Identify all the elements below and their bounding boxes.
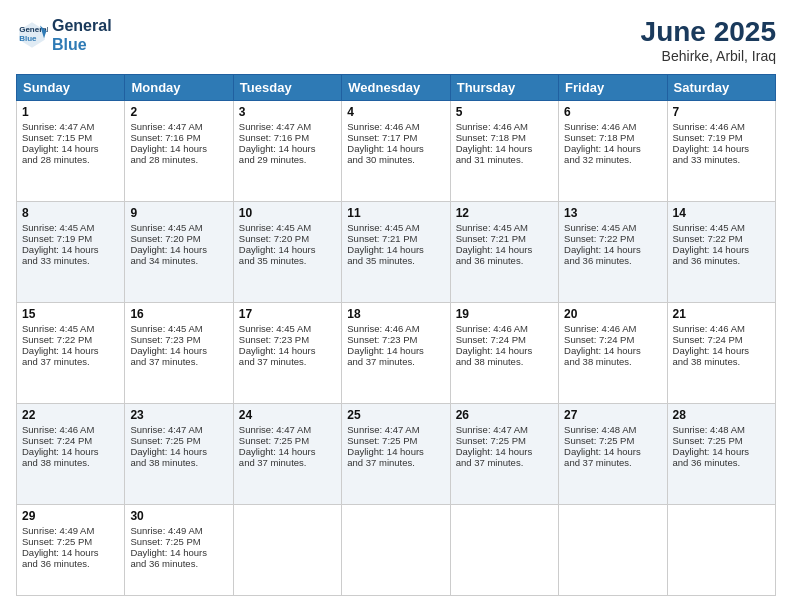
day-number: 10 bbox=[239, 206, 336, 220]
header-saturday: Saturday bbox=[667, 75, 775, 101]
cell-text: Sunrise: 4:46 AM bbox=[347, 121, 444, 132]
cell-text: Sunrise: 4:46 AM bbox=[564, 121, 661, 132]
cell-text: Sunset: 7:17 PM bbox=[347, 132, 444, 143]
calendar: Sunday Monday Tuesday Wednesday Thursday… bbox=[16, 74, 776, 596]
calendar-week-3: 15Sunrise: 4:45 AMSunset: 7:22 PMDayligh… bbox=[17, 303, 776, 404]
title-block: June 2025 Behirke, Arbil, Iraq bbox=[641, 16, 776, 64]
cell-text: Sunset: 7:16 PM bbox=[239, 132, 336, 143]
day-number: 1 bbox=[22, 105, 119, 119]
cell-text: Daylight: 14 hours bbox=[564, 345, 661, 356]
cell-text: Daylight: 14 hours bbox=[456, 143, 553, 154]
day-number: 20 bbox=[564, 307, 661, 321]
cell-text: Sunrise: 4:45 AM bbox=[564, 222, 661, 233]
calendar-cell: 21Sunrise: 4:46 AMSunset: 7:24 PMDayligh… bbox=[667, 303, 775, 404]
cell-text: Sunrise: 4:46 AM bbox=[456, 121, 553, 132]
cell-text: Daylight: 14 hours bbox=[564, 244, 661, 255]
calendar-cell: 2Sunrise: 4:47 AMSunset: 7:16 PMDaylight… bbox=[125, 101, 233, 202]
cell-text: Sunset: 7:24 PM bbox=[673, 334, 770, 345]
header: General Blue General Blue June 2025 Behi… bbox=[16, 16, 776, 64]
cell-text: and 29 minutes. bbox=[239, 154, 336, 165]
logo: General Blue General Blue bbox=[16, 16, 112, 54]
day-number: 21 bbox=[673, 307, 770, 321]
cell-text: Sunrise: 4:47 AM bbox=[456, 424, 553, 435]
cell-text: and 37 minutes. bbox=[347, 356, 444, 367]
day-number: 2 bbox=[130, 105, 227, 119]
cell-text: Sunrise: 4:46 AM bbox=[564, 323, 661, 334]
cell-text: Daylight: 14 hours bbox=[347, 345, 444, 356]
cell-text: Daylight: 14 hours bbox=[456, 345, 553, 356]
cell-text: Sunrise: 4:45 AM bbox=[673, 222, 770, 233]
cell-text: Sunset: 7:23 PM bbox=[239, 334, 336, 345]
logo-blue: Blue bbox=[52, 35, 112, 54]
cell-text: and 37 minutes. bbox=[239, 457, 336, 468]
header-monday: Monday bbox=[125, 75, 233, 101]
calendar-week-1: 1Sunrise: 4:47 AMSunset: 7:15 PMDaylight… bbox=[17, 101, 776, 202]
cell-text: and 37 minutes. bbox=[22, 356, 119, 367]
cell-text: Sunrise: 4:47 AM bbox=[130, 121, 227, 132]
calendar-cell: 6Sunrise: 4:46 AMSunset: 7:18 PMDaylight… bbox=[559, 101, 667, 202]
cell-text: Sunrise: 4:49 AM bbox=[22, 525, 119, 536]
cell-text: Daylight: 14 hours bbox=[130, 143, 227, 154]
calendar-cell: 24Sunrise: 4:47 AMSunset: 7:25 PMDayligh… bbox=[233, 404, 341, 505]
day-number: 8 bbox=[22, 206, 119, 220]
cell-text: Sunset: 7:23 PM bbox=[347, 334, 444, 345]
calendar-cell bbox=[342, 505, 450, 596]
cell-text: Daylight: 14 hours bbox=[564, 446, 661, 457]
calendar-cell: 17Sunrise: 4:45 AMSunset: 7:23 PMDayligh… bbox=[233, 303, 341, 404]
cell-text: Sunrise: 4:48 AM bbox=[564, 424, 661, 435]
cell-text: Daylight: 14 hours bbox=[673, 345, 770, 356]
cell-text: Sunset: 7:15 PM bbox=[22, 132, 119, 143]
cell-text: Daylight: 14 hours bbox=[130, 244, 227, 255]
cell-text: and 30 minutes. bbox=[347, 154, 444, 165]
calendar-cell: 23Sunrise: 4:47 AMSunset: 7:25 PMDayligh… bbox=[125, 404, 233, 505]
cell-text: Sunrise: 4:48 AM bbox=[673, 424, 770, 435]
cell-text: Daylight: 14 hours bbox=[347, 143, 444, 154]
cell-text: Daylight: 14 hours bbox=[130, 446, 227, 457]
cell-text: and 32 minutes. bbox=[564, 154, 661, 165]
header-friday: Friday bbox=[559, 75, 667, 101]
cell-text: and 36 minutes. bbox=[673, 255, 770, 266]
calendar-cell: 7Sunrise: 4:46 AMSunset: 7:19 PMDaylight… bbox=[667, 101, 775, 202]
cell-text: Sunrise: 4:45 AM bbox=[347, 222, 444, 233]
cell-text: Sunset: 7:21 PM bbox=[347, 233, 444, 244]
cell-text: Sunrise: 4:45 AM bbox=[22, 323, 119, 334]
day-number: 11 bbox=[347, 206, 444, 220]
cell-text: Sunset: 7:22 PM bbox=[564, 233, 661, 244]
cell-text: and 38 minutes. bbox=[456, 356, 553, 367]
location: Behirke, Arbil, Iraq bbox=[641, 48, 776, 64]
day-number: 22 bbox=[22, 408, 119, 422]
calendar-cell: 14Sunrise: 4:45 AMSunset: 7:22 PMDayligh… bbox=[667, 202, 775, 303]
cell-text: and 36 minutes. bbox=[130, 558, 227, 569]
cell-text: and 28 minutes. bbox=[130, 154, 227, 165]
day-number: 24 bbox=[239, 408, 336, 422]
cell-text: and 37 minutes. bbox=[564, 457, 661, 468]
cell-text: Sunrise: 4:46 AM bbox=[347, 323, 444, 334]
calendar-cell bbox=[233, 505, 341, 596]
cell-text: and 38 minutes. bbox=[130, 457, 227, 468]
cell-text: Sunset: 7:25 PM bbox=[22, 536, 119, 547]
cell-text: and 38 minutes. bbox=[22, 457, 119, 468]
calendar-cell bbox=[450, 505, 558, 596]
calendar-cell: 8Sunrise: 4:45 AMSunset: 7:19 PMDaylight… bbox=[17, 202, 125, 303]
calendar-header-row: Sunday Monday Tuesday Wednesday Thursday… bbox=[17, 75, 776, 101]
cell-text: Sunset: 7:25 PM bbox=[130, 435, 227, 446]
cell-text: Daylight: 14 hours bbox=[130, 345, 227, 356]
cell-text: Sunrise: 4:45 AM bbox=[239, 222, 336, 233]
day-number: 16 bbox=[130, 307, 227, 321]
calendar-cell: 11Sunrise: 4:45 AMSunset: 7:21 PMDayligh… bbox=[342, 202, 450, 303]
cell-text: Daylight: 14 hours bbox=[22, 345, 119, 356]
day-number: 14 bbox=[673, 206, 770, 220]
cell-text: Sunset: 7:19 PM bbox=[673, 132, 770, 143]
cell-text: Sunrise: 4:45 AM bbox=[239, 323, 336, 334]
cell-text: Daylight: 14 hours bbox=[456, 244, 553, 255]
cell-text: Sunset: 7:24 PM bbox=[22, 435, 119, 446]
cell-text: and 35 minutes. bbox=[239, 255, 336, 266]
calendar-cell: 4Sunrise: 4:46 AMSunset: 7:17 PMDaylight… bbox=[342, 101, 450, 202]
day-number: 3 bbox=[239, 105, 336, 119]
cell-text: and 34 minutes. bbox=[130, 255, 227, 266]
cell-text: Sunset: 7:25 PM bbox=[347, 435, 444, 446]
calendar-week-4: 22Sunrise: 4:46 AMSunset: 7:24 PMDayligh… bbox=[17, 404, 776, 505]
cell-text: Sunset: 7:25 PM bbox=[239, 435, 336, 446]
cell-text: Sunrise: 4:46 AM bbox=[22, 424, 119, 435]
calendar-cell: 1Sunrise: 4:47 AMSunset: 7:15 PMDaylight… bbox=[17, 101, 125, 202]
